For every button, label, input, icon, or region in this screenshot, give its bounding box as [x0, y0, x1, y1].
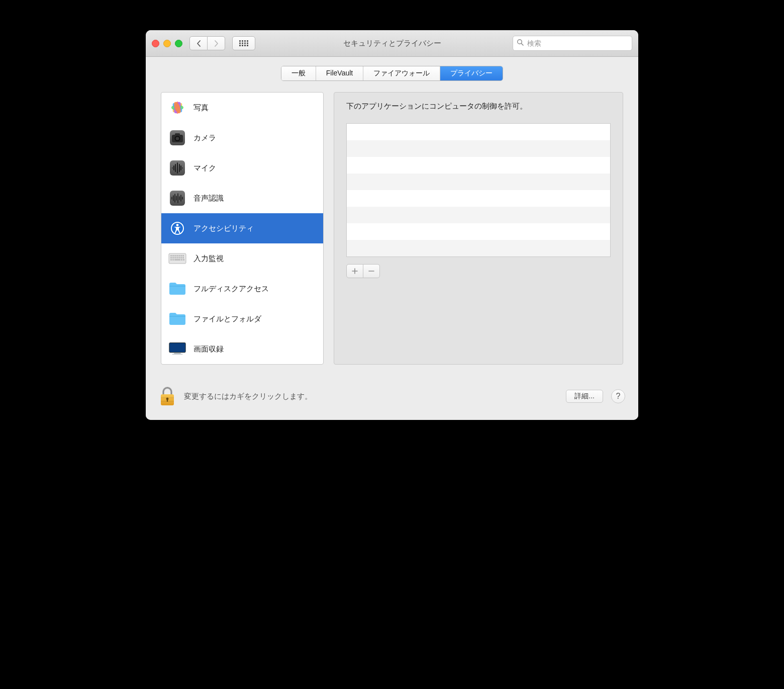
svg-rect-50 [178, 255, 180, 256]
chevron-right-icon [214, 40, 219, 47]
svg-rect-67 [174, 353, 180, 354]
svg-rect-0 [239, 40, 241, 42]
svg-rect-2 [244, 40, 246, 42]
list-row [347, 174, 610, 190]
privacy-detail-panel: 下のアプリケーションにコンピュータの制御を許可。 [334, 92, 623, 365]
svg-rect-10 [244, 45, 246, 46]
svg-rect-8 [239, 45, 241, 46]
svg-rect-9 [242, 45, 243, 46]
forward-button[interactable] [208, 36, 225, 50]
svg-rect-54 [172, 257, 174, 259]
list-row [347, 207, 610, 223]
sidebar-item-inputmonitor[interactable]: 入力監視 [161, 243, 323, 274]
panel-description: 下のアプリケーションにコンピュータの制御を許可。 [346, 102, 611, 111]
microphone-icon [168, 159, 186, 177]
tab-privacy[interactable]: プライバシー [440, 66, 503, 80]
list-row [347, 140, 610, 157]
sidebar-item-accessibility[interactable]: アクセシビリティ [161, 213, 323, 243]
back-button[interactable] [189, 36, 208, 50]
help-button[interactable]: ? [611, 389, 625, 403]
sidebar-item-label: マイク [193, 163, 216, 173]
sidebar-item-label: ファイルとフォルダ [193, 314, 261, 324]
list-row [347, 223, 610, 240]
nav-group [189, 36, 225, 50]
sidebar-item-camera[interactable]: カメラ [161, 123, 323, 153]
tab-filevault[interactable]: FileVault [316, 66, 363, 80]
svg-rect-51 [180, 255, 182, 256]
keyboard-icon [168, 249, 186, 268]
sidebar-item-label: アクセシビリティ [193, 224, 254, 233]
sidebar-item-label: 音声認識 [193, 194, 224, 203]
sidebar-item-label: 写真 [193, 103, 209, 113]
svg-rect-11 [247, 45, 248, 46]
svg-line-13 [521, 43, 523, 45]
svg-rect-62 [174, 259, 180, 261]
add-button[interactable] [346, 264, 363, 278]
svg-rect-58 [180, 257, 182, 259]
svg-point-44 [176, 224, 179, 226]
sidebar-item-fulldisk[interactable]: フルディスクアクセス [161, 274, 323, 304]
chevron-left-icon [197, 40, 201, 47]
allowed-apps-list[interactable] [346, 123, 611, 257]
footer: 変更するにはカギをクリックします。 詳細... ? [146, 377, 638, 420]
svg-rect-22 [175, 133, 180, 135]
svg-rect-55 [174, 257, 176, 259]
sidebar-item-microphone[interactable]: マイク [161, 153, 323, 183]
svg-rect-5 [242, 43, 243, 44]
window-zoom-button[interactable] [175, 40, 182, 47]
svg-rect-3 [247, 40, 248, 42]
privacy-category-sidebar[interactable]: 写真 カメラ マイク [161, 92, 324, 365]
sidebar-item-filesfolders[interactable]: ファイルとフォルダ [161, 304, 323, 334]
search-input[interactable] [513, 36, 632, 51]
svg-rect-61 [172, 259, 174, 261]
folder-icon [168, 280, 186, 298]
display-icon [168, 340, 186, 358]
remove-button[interactable] [363, 264, 380, 278]
sidebar-item-label: カメラ [193, 133, 216, 143]
list-row [347, 190, 610, 207]
sidebar-item-label: 画面収録 [193, 344, 224, 354]
waveform-icon [168, 189, 186, 207]
svg-rect-65 [169, 343, 185, 353]
svg-rect-49 [176, 255, 178, 256]
sidebar-item-photos[interactable]: 写真 [161, 93, 323, 123]
tabstrip: 一般 FileVault ファイアウォール プライバシー [146, 57, 638, 92]
svg-rect-47 [172, 255, 174, 256]
svg-rect-63 [181, 259, 182, 261]
list-row [347, 157, 610, 174]
sidebar-item-speech[interactable]: 音声認識 [161, 183, 323, 213]
lock-button[interactable] [159, 386, 176, 407]
svg-rect-56 [176, 257, 178, 259]
tab-general[interactable]: 一般 [281, 66, 316, 80]
sidebar-item-label: フルディスクアクセス [193, 284, 269, 294]
svg-rect-59 [182, 257, 184, 259]
svg-rect-52 [182, 255, 184, 256]
camera-icon [168, 129, 186, 147]
svg-rect-57 [178, 257, 180, 259]
list-row [347, 240, 610, 256]
titlebar: セキュリティとプライバシー [146, 30, 638, 57]
lock-hint-text: 変更するにはカギをクリックします。 [184, 392, 312, 401]
folder-icon [168, 310, 186, 328]
svg-rect-64 [183, 259, 184, 261]
preferences-window: セキュリティとプライバシー 一般 FileVault ファイアウォール プライバ… [146, 30, 638, 420]
search-wrap [513, 36, 632, 51]
svg-rect-68 [172, 354, 183, 355]
tab-firewall[interactable]: ファイアウォール [363, 66, 440, 80]
plus-icon [352, 268, 358, 274]
accessibility-icon [168, 219, 186, 237]
tabs: 一般 FileVault ファイアウォール プライバシー [281, 66, 503, 81]
show-all-button[interactable] [232, 36, 255, 50]
photos-icon [168, 99, 186, 117]
list-row [347, 124, 610, 140]
svg-rect-4 [239, 43, 241, 44]
window-close-button[interactable] [152, 40, 159, 47]
sidebar-item-label: 入力監視 [193, 254, 224, 264]
advanced-button[interactable]: 詳細... [566, 390, 603, 403]
window-minimize-button[interactable] [163, 40, 171, 47]
svg-point-24 [176, 137, 179, 140]
svg-rect-1 [242, 40, 243, 42]
grid-icon [239, 40, 248, 46]
sidebar-item-screenrec[interactable]: 画面収録 [161, 334, 323, 364]
search-icon [517, 39, 524, 46]
